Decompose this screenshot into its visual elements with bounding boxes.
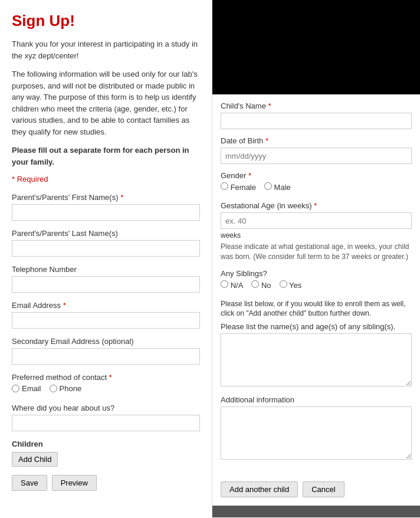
gender-male-radio[interactable] xyxy=(264,182,272,190)
secondary-email-input[interactable] xyxy=(12,348,200,365)
contact-email-radio[interactable] xyxy=(12,385,19,392)
cancel-button[interactable]: Cancel xyxy=(303,481,344,497)
gender-female-radio[interactable] xyxy=(221,182,228,190)
child-image xyxy=(212,0,420,94)
childs-name-label: Child's Name * xyxy=(221,101,412,110)
parent-last-name-label: Parent's/Parents' Last Name(s) xyxy=(12,229,200,238)
secondary-email-label: Secondary Email Address (optional) xyxy=(12,337,200,346)
gender-group: Gender * Female Male xyxy=(221,171,412,194)
siblings-desc-group: Please list below, or if you would like … xyxy=(221,299,412,389)
gender-male-option[interactable]: Male xyxy=(264,182,291,192)
right-form: Child's Name * Date of Birth * Gender * xyxy=(212,94,420,476)
parent-first-name-group: Parent's/Parents' First Name(s) * xyxy=(12,193,200,221)
required-note: * Required xyxy=(12,175,200,183)
siblings-list-textarea[interactable] xyxy=(221,333,412,386)
telephone-group: Telephone Number xyxy=(12,265,200,293)
siblings-no-option[interactable]: No xyxy=(251,280,271,290)
siblings-yes-option[interactable]: Yes xyxy=(280,280,302,290)
siblings-label: Any Siblings? xyxy=(221,269,412,278)
siblings-na-radio[interactable] xyxy=(221,280,228,288)
contact-method-label: Preferred method of contact * xyxy=(12,373,200,382)
add-another-child-button[interactable]: Add another child xyxy=(221,481,298,497)
parent-last-name-group: Parent's/Parents' Last Name(s) xyxy=(12,229,200,257)
gender-radio-group: Female Male xyxy=(221,182,412,194)
save-button[interactable]: Save xyxy=(12,475,47,491)
right-bottom-buttons: Add another child Cancel xyxy=(212,476,420,503)
right-panel: Child's Name * Date of Birth * Gender * xyxy=(212,0,420,518)
bottom-buttons: Save Preview xyxy=(12,475,200,491)
preview-button[interactable]: Preview xyxy=(52,475,97,491)
children-section: Children Add Child xyxy=(12,440,200,467)
dob-group: Date of Birth * xyxy=(221,136,412,164)
gender-female-option[interactable]: Female xyxy=(221,182,256,192)
page-title: Sign Up! xyxy=(12,12,200,30)
children-section-label: Children xyxy=(12,440,200,448)
telephone-input[interactable] xyxy=(12,276,200,293)
email-label: Email Address * xyxy=(12,301,200,310)
bold-note: Please fill out a separate form for each… xyxy=(12,145,200,168)
intro-text-1: Thank you for your interest in participa… xyxy=(12,38,200,61)
siblings-group: Any Siblings? N/A No Yes xyxy=(221,269,412,292)
dob-label: Date of Birth * xyxy=(221,136,412,145)
email-group: Email Address * xyxy=(12,301,200,329)
parent-last-name-input[interactable] xyxy=(12,240,200,257)
gestational-age-label: Gestational Age (in weeks) * xyxy=(221,201,412,210)
hear-about-group: Where did you hear about us? xyxy=(12,404,200,431)
hear-about-input[interactable] xyxy=(12,415,200,431)
gestational-age-input[interactable] xyxy=(221,212,412,229)
gestational-age-desc: Please indicate at what gestational age,… xyxy=(221,242,412,262)
telephone-label: Telephone Number xyxy=(12,265,200,274)
hear-about-label: Where did you hear about us? xyxy=(12,404,200,412)
contact-method-group: Preferred method of contact * Email Phon… xyxy=(12,373,200,395)
gestational-age-group: Gestational Age (in weeks) * weeks Pleas… xyxy=(221,201,412,262)
weeks-label: weeks xyxy=(221,231,412,240)
parent-first-name-label: Parent's/Parents' First Name(s) * xyxy=(12,193,200,202)
contact-phone-radio[interactable] xyxy=(50,385,57,392)
siblings-no-radio[interactable] xyxy=(251,280,259,288)
dob-input[interactable] xyxy=(221,147,412,164)
additional-info-textarea[interactable] xyxy=(221,406,412,460)
gender-label: Gender * xyxy=(221,171,412,180)
contact-phone-option[interactable]: Phone xyxy=(50,384,82,393)
left-panel: Sign Up! Thank you for your interest in … xyxy=(0,0,212,518)
contact-email-option[interactable]: Email xyxy=(12,384,41,393)
contact-radio-group: Email Phone xyxy=(12,384,200,395)
siblings-na-option[interactable]: N/A xyxy=(221,280,243,290)
childs-name-input[interactable] xyxy=(221,113,412,129)
siblings-yes-radio[interactable] xyxy=(280,280,287,288)
bottom-bar xyxy=(212,506,420,517)
additional-info-label: Additional information xyxy=(221,395,412,404)
add-child-button[interactable]: Add Child xyxy=(12,452,58,467)
parent-first-name-input[interactable] xyxy=(12,204,200,221)
siblings-desc: Please list below, or if you would like … xyxy=(221,299,412,319)
additional-info-group: Additional information xyxy=(221,395,412,461)
siblings-radio-group: N/A No Yes xyxy=(221,280,412,292)
secondary-email-group: Secondary Email Address (optional) xyxy=(12,337,200,365)
intro-text-2: The following information will be used o… xyxy=(12,68,200,137)
email-input[interactable] xyxy=(12,312,200,329)
siblings-list-label: Please list the name(s) and age(s) of an… xyxy=(221,322,412,331)
childs-name-group: Child's Name * xyxy=(221,101,412,129)
